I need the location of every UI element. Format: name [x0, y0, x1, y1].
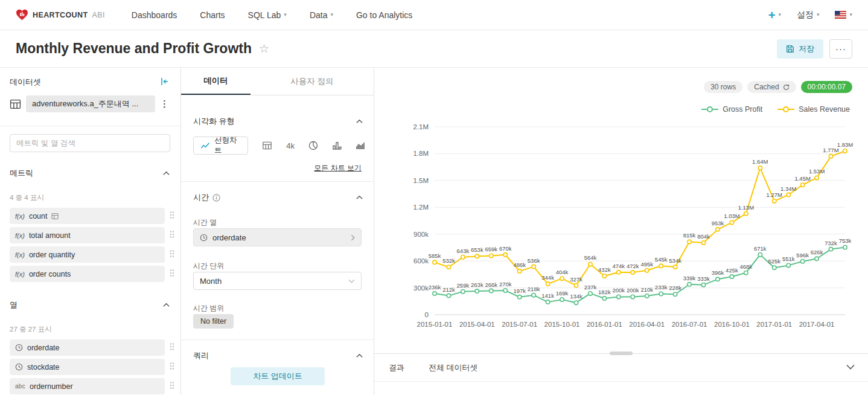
- tab-all-dataset[interactable]: 전체 데이터셋: [429, 362, 478, 373]
- time-grain-select[interactable]: Month: [193, 272, 362, 290]
- column-item[interactable]: abc ordernumber: [10, 378, 174, 394]
- info-icon[interactable]: [212, 194, 220, 202]
- nav-item-go-to-analytics[interactable]: Go to Analytics: [356, 10, 412, 20]
- search-input[interactable]: [10, 134, 170, 152]
- drag-handle-icon[interactable]: [170, 269, 174, 279]
- svg-text:327k: 327k: [570, 276, 582, 283]
- dataset-name[interactable]: adventureworks.a_주문내역 ...: [26, 95, 155, 112]
- svg-text:1.34M: 1.34M: [780, 185, 796, 192]
- function-icon: f(x): [15, 271, 25, 278]
- viz-selected-label: 선형차트: [214, 135, 241, 156]
- svg-text:237k: 237k: [584, 284, 597, 291]
- viz-option-big-number[interactable]: 4k: [286, 136, 295, 155]
- svg-text:653k: 653k: [471, 246, 483, 253]
- viz-option-bar[interactable]: [332, 136, 342, 155]
- metric-item[interactable]: f(x) total amount: [10, 227, 174, 243]
- nav-item-charts[interactable]: Charts: [200, 10, 225, 20]
- collapse-results-chevron-down-icon[interactable]: [846, 362, 855, 371]
- metric-item[interactable]: f(x) count: [10, 208, 174, 224]
- svg-text:182k: 182k: [598, 289, 611, 295]
- columns-collapse-chevron-up-icon[interactable]: [162, 299, 171, 310]
- resize-handle[interactable]: [610, 352, 633, 355]
- nav-item-data[interactable]: Data ▾: [310, 10, 333, 20]
- tab-results[interactable]: 결과: [389, 362, 404, 373]
- drag-handle-icon[interactable]: [170, 249, 174, 260]
- favorite-star-icon[interactable]: ☆: [259, 42, 269, 56]
- svg-text:1.13M: 1.13M: [738, 204, 754, 211]
- drag-handle-icon[interactable]: [170, 211, 174, 221]
- svg-text:643k: 643k: [457, 248, 470, 254]
- results-bar: 결과 전체 데이터셋: [374, 353, 868, 395]
- svg-text:2.1M: 2.1M: [413, 123, 429, 130]
- dataset-options-kebab-icon[interactable]: ⋮: [160, 98, 169, 109]
- svg-text:218k: 218k: [528, 286, 540, 292]
- page-title: Monthly Revenue and Profit Growth: [16, 40, 252, 57]
- nav-item-dashboards[interactable]: Dashboards: [132, 10, 177, 20]
- caret-down-icon: ▾: [778, 12, 781, 18]
- svg-text:600k: 600k: [413, 257, 429, 265]
- drag-handle-icon[interactable]: [170, 381, 174, 391]
- more-options-button[interactable]: ···: [829, 39, 852, 59]
- metric-item[interactable]: f(x) order counts: [10, 266, 174, 282]
- collapse-panel-icon[interactable]: [159, 75, 171, 89]
- see-all-charts-link[interactable]: 모든 차트 보기: [314, 163, 362, 173]
- save-button[interactable]: 저장: [777, 39, 823, 59]
- tab-data[interactable]: 데이터: [181, 68, 251, 95]
- brand-name: HEARTCOUNT: [33, 11, 88, 19]
- nav-item-sql-lab[interactable]: SQL Lab ▾: [248, 10, 287, 20]
- viz-option-table[interactable]: [262, 136, 272, 155]
- metrics-count-label: 4 중 4 표시: [10, 193, 44, 202]
- legend-item[interactable]: Sales Revenue: [777, 105, 850, 114]
- refresh-icon: [783, 84, 790, 91]
- timer-badge: 00:00:00.07: [801, 81, 852, 93]
- column-item[interactable]: stockdate: [10, 359, 174, 375]
- new-item-menu[interactable]: + ▾: [768, 9, 781, 21]
- viz-collapse-chevron-up-icon[interactable]: [355, 115, 364, 127]
- cached-badge[interactable]: Cached: [747, 81, 796, 93]
- viz-selected-line-chart[interactable]: 선형차트: [193, 136, 248, 155]
- clock-icon: [200, 234, 208, 242]
- time-range-button[interactable]: No filter: [193, 314, 234, 329]
- svg-text:472k: 472k: [627, 263, 639, 269]
- table-icon: [10, 98, 21, 110]
- svg-text:2016-10-01: 2016-10-01: [714, 321, 750, 328]
- caret-down-icon: ▾: [284, 12, 287, 18]
- tab-customize[interactable]: 사용자 정의: [251, 68, 374, 95]
- svg-text:2015-07-01: 2015-07-01: [502, 321, 537, 328]
- dataset-panel: 데이터셋 adventureworks.a_주문내역 ... ⋮ 메트릭 4 중…: [0, 68, 181, 395]
- abc-text-type-icon: abc: [15, 383, 25, 390]
- nav-items: Dashboards Charts SQL Lab ▾ Data ▾ Go to…: [132, 10, 413, 20]
- metric-item[interactable]: f(x) order quantity: [10, 246, 174, 263]
- query-collapse-chevron-up-icon[interactable]: [355, 350, 364, 361]
- time-section-header: 시간: [193, 192, 220, 203]
- viz-option-area[interactable]: [356, 136, 365, 155]
- svg-text:596k: 596k: [796, 252, 809, 259]
- svg-text:545k: 545k: [655, 256, 668, 263]
- svg-text:536k: 536k: [528, 257, 540, 264]
- drag-handle-icon[interactable]: [170, 230, 174, 240]
- time-collapse-chevron-up-icon[interactable]: [355, 191, 364, 203]
- svg-text:900k: 900k: [413, 231, 429, 238]
- drag-handle-icon[interactable]: [170, 362, 174, 372]
- legend-item[interactable]: Gross Profit: [701, 105, 762, 114]
- svg-text:753k: 753k: [839, 237, 852, 244]
- brand-logo[interactable]: HEARTCOUNT ABI: [16, 9, 105, 21]
- viz-option-pie[interactable]: [308, 136, 318, 155]
- viz-type-options: 선형차트 4k: [193, 136, 365, 155]
- caret-down-icon: ▾: [817, 12, 820, 18]
- svg-text:333k: 333k: [697, 275, 710, 282]
- svg-text:169k: 169k: [556, 290, 569, 297]
- metrics-collapse-chevron-up-icon[interactable]: [162, 167, 171, 179]
- svg-text:2017-04-01: 2017-04-01: [799, 321, 835, 328]
- drag-handle-icon[interactable]: [170, 342, 174, 353]
- language-menu[interactable]: ▾: [835, 11, 852, 19]
- certified-grid-icon: [51, 213, 59, 220]
- header-actions: 저장 ···: [777, 39, 852, 59]
- column-item[interactable]: orderdate: [10, 339, 174, 356]
- settings-menu[interactable]: 설정 ▾: [797, 10, 820, 21]
- svg-text:626k: 626k: [811, 249, 823, 255]
- legend-label: Gross Profit: [723, 105, 762, 114]
- update-chart-button[interactable]: 차트 업데이트: [231, 367, 325, 385]
- time-column-select[interactable]: orderdate: [193, 228, 362, 246]
- svg-text:670k: 670k: [499, 245, 512, 252]
